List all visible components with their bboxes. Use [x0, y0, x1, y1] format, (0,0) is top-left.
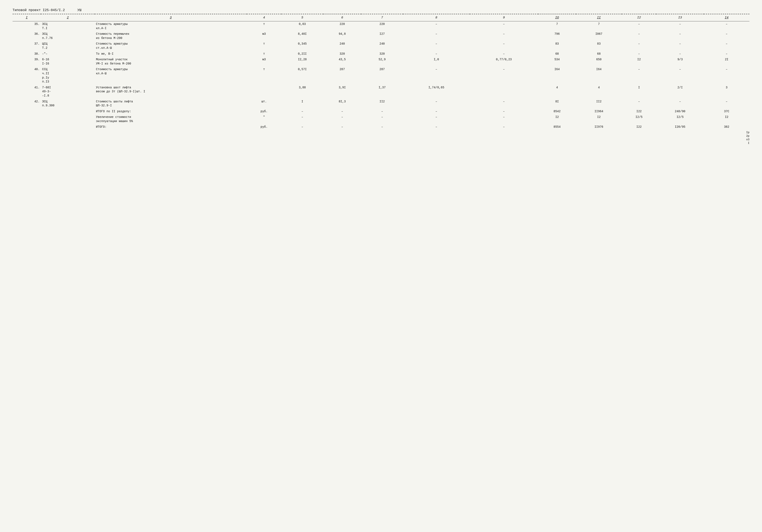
table-cell: т [247, 21, 281, 32]
table-cell: – [704, 41, 749, 51]
table-cell: 320 [323, 51, 361, 57]
table-cell: – [470, 109, 538, 114]
table-cell: – [622, 41, 656, 51]
col-header-2: 2 [41, 14, 95, 21]
table-cell: – [704, 31, 749, 41]
table-cell: ИТОГО по II разделу: [95, 109, 247, 114]
table-cell [470, 85, 538, 99]
table-cell: – [403, 21, 470, 32]
table-cell: 37С [704, 109, 749, 114]
table-cell: Увеличение стоимости эксплуатации машин … [95, 114, 247, 124]
table-cell: 220 [361, 21, 403, 32]
table-cell: 382 [704, 124, 749, 130]
table-cell: м3 [247, 31, 281, 41]
table-cell: 37. [13, 41, 41, 51]
table-cell: 0,2II [281, 51, 323, 57]
table-cell: 0,77/0,23 [470, 57, 538, 67]
table-cell: – [704, 51, 749, 57]
table-cell: ЗСЦ п.7.76 [41, 31, 95, 41]
table-cell: – [656, 99, 704, 109]
table-cell: – [470, 21, 538, 32]
table-cell: Установка шахт лифта весом до 3т (ШЛ-32.… [95, 85, 247, 99]
table-cell: I,37 [361, 85, 403, 99]
table-cell: – [622, 31, 656, 41]
table-cell: 7-68I 49-3- –I.8 [41, 85, 95, 99]
table-cell: I64 [576, 67, 622, 85]
col-header-8: 8 [403, 14, 470, 21]
col-header-5: 5 [281, 14, 323, 21]
table-cell: – [470, 124, 538, 130]
main-table: I 2 3 4 5 6 7 8 9 IO II I2 I3 I4 35.ЗСЦ … [13, 14, 749, 130]
table-cell: I22 [622, 124, 656, 130]
table-cell: II976 [576, 124, 622, 130]
table-cell: 287 [361, 67, 403, 85]
table-cell [13, 124, 41, 130]
table-cell: ЗСЦ Т.I [41, 21, 95, 32]
table-cell: 94,8 [323, 31, 361, 41]
table-row: 35.ЗСЦ Т.IСтоимость арматуры кл.А-Iт0,03… [13, 21, 749, 32]
col-header-3: 3 [95, 14, 247, 21]
table-cell: 9/3 [656, 57, 704, 67]
table-cell: 0,345 [281, 41, 323, 51]
table-cell: – [656, 31, 704, 41]
table-cell: 8,40I [281, 31, 323, 41]
col-header-4: 4 [247, 14, 281, 21]
table-cell: м3 [247, 57, 281, 67]
table-cell: руб. [247, 109, 281, 114]
table-cell: 248/90 [656, 109, 704, 114]
table-cell: 0,57I [281, 67, 323, 85]
table-cell: – [704, 67, 749, 85]
table-cell: 8I,3 [323, 99, 361, 109]
table-cell: 8I [538, 99, 576, 109]
table-cell [13, 109, 41, 114]
table-cell: I2,28 [281, 57, 323, 67]
table-cell [41, 124, 95, 130]
table-cell: Стоимость арматуры ст.кл.А-Ш [95, 41, 247, 51]
table-cell: 2/I [656, 85, 704, 99]
table-cell: 8554 [538, 124, 576, 130]
table-cell: –"– [41, 51, 95, 57]
table-cell: 240 [361, 41, 403, 51]
table-cell: 35. [13, 21, 41, 32]
table-cell: 3,88 [281, 85, 323, 99]
table-cell: 7 [538, 21, 576, 32]
table-row: 38.–"–То же, В-Iт0,2II320320––6868––– [13, 51, 749, 57]
table-cell: I,0 [403, 57, 470, 67]
table-cell: I64 [538, 67, 576, 85]
table-cell: – [403, 124, 470, 130]
table-cell: т [247, 41, 281, 51]
footnote-area: Iр 2р о3 I [13, 131, 749, 145]
table-cell: – [323, 114, 361, 124]
table-cell: – [403, 109, 470, 114]
table-cell: I2 [704, 114, 749, 124]
table-cell: – [323, 124, 361, 130]
table-cell: – [403, 31, 470, 41]
table-cell: 68 [538, 51, 576, 57]
table-cell: 240 [323, 41, 361, 51]
table-cell: – [656, 67, 704, 85]
table-cell: – [281, 124, 323, 130]
table-cell: 8542 [538, 109, 576, 114]
table-row: 36.ЗСЦ п.7.76Стоимость перемычек из бето… [13, 31, 749, 41]
table-cell: I [622, 85, 656, 99]
table-cell: I067 [576, 31, 622, 41]
table-cell: Стоимость шахты лифта ШЛ-32.9-I [95, 99, 247, 109]
table-cell [13, 114, 41, 124]
table-cell: " [247, 114, 281, 124]
table-cell: – [622, 99, 656, 109]
table-cell: – [470, 31, 538, 41]
table-cell: То же, В-I [95, 51, 247, 57]
table-cell: Стоимость перемычек из бетона М-200 [95, 31, 247, 41]
table-cell: – [622, 51, 656, 57]
table-cell: руб. [247, 124, 281, 130]
table-cell: – [704, 21, 749, 32]
table-cell: 4 [538, 85, 576, 99]
table-row: ИТОГО:руб.–––––8554II976I22I20/95382 [13, 124, 749, 130]
table-cell: I,74/0,65 [403, 85, 470, 99]
footnote-text: Iр 2р о3 I [13, 131, 749, 145]
table-cell: – [656, 41, 704, 51]
table-cell: – [361, 109, 403, 114]
table-cell: I2 [538, 114, 576, 124]
project-label: Типовой проект I25-045/I.2 [13, 8, 65, 12]
table-cell: I20/95 [656, 124, 704, 130]
